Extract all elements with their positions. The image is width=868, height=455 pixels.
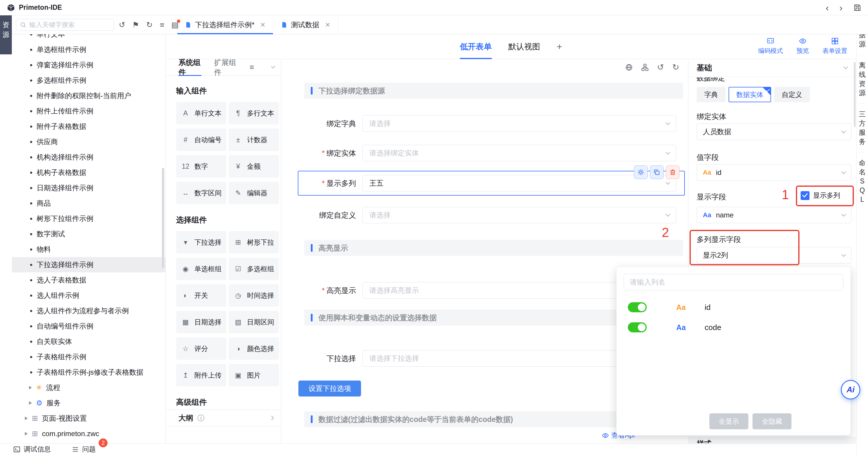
tree-item[interactable]: 物料 bbox=[12, 242, 165, 257]
tree-item[interactable]: 子表格组件示例-js修改子表格数据 bbox=[12, 365, 165, 380]
sort-icon[interactable]: ≡ bbox=[160, 20, 164, 30]
bind-dict-select[interactable]: 请选择 bbox=[363, 115, 676, 132]
tree-item[interactable]: 弹窗选择组件示例 bbox=[12, 57, 165, 73]
add-view-button[interactable]: + bbox=[557, 34, 562, 59]
tab-default-view[interactable]: 默认视图 bbox=[508, 34, 540, 59]
inspector-header[interactable]: 基础 bbox=[688, 59, 856, 77]
component-item[interactable]: ↥附件上传 bbox=[176, 364, 226, 387]
component-item[interactable]: ▾下拉选择 bbox=[176, 231, 226, 253]
component-item[interactable]: ¶多行文本 bbox=[229, 102, 279, 124]
flag-icon[interactable]: ⚑ bbox=[132, 20, 139, 30]
tree-item[interactable]: 供应商 bbox=[12, 134, 165, 150]
close-icon[interactable]: × bbox=[260, 21, 265, 29]
redo-icon[interactable]: ↻ bbox=[673, 63, 679, 71]
preview-button[interactable]: 预览 bbox=[797, 37, 809, 55]
undo-icon[interactable]: ↺ bbox=[657, 63, 664, 71]
tree-node-package[interactable]: ⊞ com.primeton.zwc bbox=[12, 426, 165, 442]
tree-item[interactable]: 选人子表格数据 bbox=[12, 272, 165, 288]
rail-item-namedsql[interactable]: 命名SQL bbox=[859, 152, 866, 210]
tree-item-selected[interactable]: 下拉选择组件示例 bbox=[12, 257, 165, 272]
tree-node-service[interactable]: ⚙ 服务 bbox=[12, 395, 165, 411]
tree-item[interactable]: 自动编号组件示例 bbox=[12, 318, 165, 334]
globe-icon[interactable] bbox=[625, 63, 633, 71]
component-item[interactable]: ◉单选框组 bbox=[176, 257, 226, 280]
tab-custom[interactable]: 自定义 bbox=[774, 87, 810, 102]
component-item[interactable]: ☆评分 bbox=[176, 337, 226, 360]
component-item[interactable]: ▣图片 bbox=[229, 364, 279, 387]
menu-icon[interactable]: ≡ bbox=[250, 63, 254, 72]
value-field-select[interactable]: Aa id bbox=[696, 164, 851, 181]
component-item[interactable]: ▦日期选择 bbox=[176, 311, 226, 333]
sidebar-scrollbar[interactable] bbox=[162, 168, 164, 268]
bind-custom-select[interactable]: 请选择 bbox=[363, 207, 676, 223]
component-item[interactable]: #自动编号 bbox=[176, 128, 226, 151]
multicol-select[interactable]: 王五 bbox=[363, 175, 676, 191]
tab-system-components[interactable]: 系统组件 bbox=[179, 59, 202, 75]
toggle-on[interactable] bbox=[628, 322, 647, 332]
multicol-checkbox-row[interactable]: 显示多列 bbox=[801, 191, 840, 200]
sync-icon[interactable]: ↺ bbox=[119, 20, 125, 30]
tree-item[interactable]: 机构选择组件示例 bbox=[12, 150, 165, 165]
delete-field-button[interactable] bbox=[666, 165, 680, 179]
tree-item[interactable]: 附件删除的权限控制-当前用户 bbox=[12, 88, 165, 103]
component-item[interactable]: ⊞树形下拉 bbox=[229, 231, 279, 253]
tree-item[interactable]: 数字测试 bbox=[12, 226, 165, 242]
show-all-button[interactable]: 全显示 bbox=[709, 413, 748, 429]
hide-all-button[interactable]: 全隐藏 bbox=[752, 413, 792, 429]
close-icon[interactable]: × bbox=[325, 21, 330, 29]
set-options-button[interactable]: 设置下拉选项 bbox=[299, 381, 361, 396]
tree-item[interactable]: 自关联实体 bbox=[12, 334, 165, 349]
rail-item-offline[interactable]: 离线资源 bbox=[859, 55, 866, 103]
tree-node-page-settings[interactable]: ⊞ 页面-视图设置 bbox=[12, 411, 165, 426]
display-field-select[interactable]: Aa name bbox=[696, 207, 851, 223]
component-item[interactable]: 12数字 bbox=[176, 155, 226, 178]
component-item[interactable]: ◷时间选择 bbox=[229, 284, 279, 307]
tree-item[interactable]: 多选框组件示例 bbox=[12, 73, 165, 88]
tab-dict[interactable]: 字典 bbox=[696, 87, 725, 102]
copy-field-button[interactable] bbox=[650, 165, 663, 179]
tree-item[interactable]: 选人组件作为流程参与者示例 bbox=[12, 303, 165, 318]
component-item[interactable]: ¥金额 bbox=[229, 155, 279, 178]
forward-icon[interactable]: › bbox=[839, 3, 843, 12]
tab-extension-components[interactable]: 扩展组件 bbox=[214, 59, 237, 75]
tab-low-code-form[interactable]: 低开表单 bbox=[460, 34, 492, 59]
component-item[interactable]: ☑多选框组 bbox=[229, 257, 279, 280]
debug-info-button[interactable]: 调试信息 bbox=[13, 445, 51, 454]
component-item[interactable]: A单行文本 bbox=[176, 102, 226, 124]
column-search-input[interactable] bbox=[624, 274, 843, 291]
style-section-header[interactable]: 样式 bbox=[688, 437, 856, 443]
form-settings-button[interactable]: 表单设置 bbox=[823, 37, 847, 55]
tree-item[interactable]: 树形下拉组件示例 bbox=[12, 211, 165, 226]
tree-item[interactable]: 日期选择组件示例 bbox=[12, 180, 165, 195]
field-multicol[interactable]: *显示多列 王五 bbox=[296, 175, 676, 191]
problems-button[interactable]: 问题 bbox=[71, 445, 96, 454]
outline-footer[interactable]: 大纲 ⓘ bbox=[166, 410, 281, 426]
tree-item[interactable]: 附件上传组件示例 bbox=[12, 103, 165, 119]
doc-tab-active[interactable]: 下拉选择组件示例* × bbox=[177, 16, 273, 34]
resources-rail-tab[interactable]: 资源 bbox=[0, 16, 12, 54]
tab-data-entity[interactable]: 数据实体 bbox=[728, 87, 771, 102]
component-item[interactable]: ▧日期区间 bbox=[229, 311, 279, 333]
entity-select[interactable]: 人员数据 bbox=[696, 123, 851, 140]
doc-tab[interactable]: 测试数据 × bbox=[273, 16, 338, 34]
component-item[interactable]: ✎编辑器 bbox=[229, 182, 279, 204]
multi-display-select[interactable]: 显示2列 bbox=[696, 247, 851, 264]
search-input[interactable] bbox=[29, 21, 103, 29]
tree-item[interactable]: 机构子表格数据 bbox=[12, 165, 165, 180]
field-settings-button[interactable] bbox=[634, 165, 648, 179]
sitemap-icon[interactable] bbox=[641, 63, 649, 71]
component-item[interactable]: ◐开关 bbox=[176, 284, 226, 307]
tree-item[interactable]: 单行文本 bbox=[12, 34, 165, 42]
checkbox-checked-icon[interactable] bbox=[801, 191, 809, 200]
back-icon[interactable]: ‹ bbox=[826, 3, 829, 12]
save-icon[interactable] bbox=[853, 4, 862, 12]
bind-entity-select[interactable]: 请选择绑定实体 bbox=[363, 145, 676, 161]
rail-item-thirdparty[interactable]: 三方服务 bbox=[859, 103, 866, 152]
resource-search[interactable] bbox=[16, 19, 114, 31]
component-item[interactable]: ±计数器 bbox=[229, 128, 279, 151]
tree-item[interactable]: 子表格组件示例 bbox=[12, 349, 165, 365]
chevron-down-icon[interactable] bbox=[271, 64, 275, 68]
ai-assistant-button[interactable]: Ai bbox=[841, 380, 860, 399]
tree-item[interactable]: 商品 bbox=[12, 195, 165, 211]
tree-item[interactable]: 选人组件示例 bbox=[12, 288, 165, 303]
